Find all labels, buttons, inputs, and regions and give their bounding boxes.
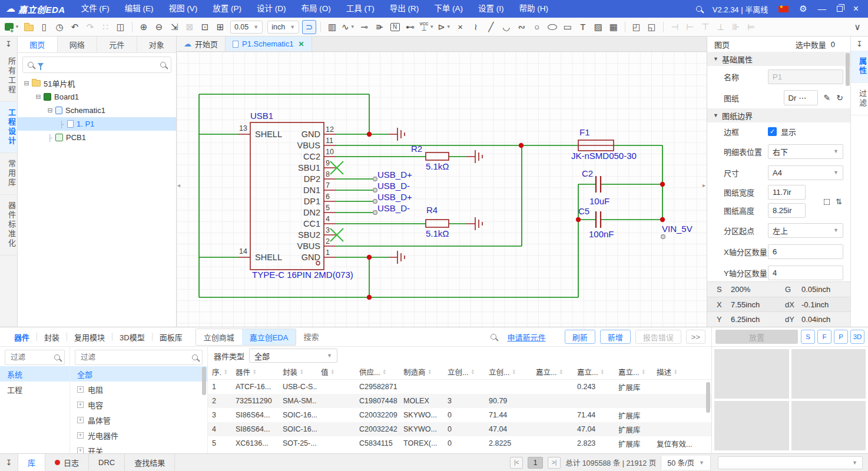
- table-cell[interactable]: C20032242: [355, 425, 399, 433]
- pin-name-2[interactable]: VBUS: [297, 241, 321, 251]
- table-row-1[interactable]: 2732511290SMA-SM...C19807448MOLEX390.79: [208, 394, 711, 408]
- pin-number-11[interactable]: 11: [326, 137, 333, 145]
- pin-icon[interactable]: ↧: [0, 458, 18, 467]
- library-button-0[interactable]: 刷新: [565, 330, 595, 344]
- panel-tab-3[interactable]: 对象: [137, 37, 177, 52]
- r4-value[interactable]: 5.1kΩ: [426, 228, 449, 238]
- ellipse-icon[interactable]: [545, 20, 559, 34]
- sort-icon[interactable]: ▲▼: [331, 369, 334, 374]
- c5-refdes[interactable]: C5: [578, 206, 589, 216]
- expand-plus-icon[interactable]: +: [77, 386, 84, 393]
- pin-number-9[interactable]: 9: [326, 159, 330, 167]
- menu-item-1[interactable]: 编辑 (E): [117, 0, 161, 18]
- net-label-icon[interactable]: N: [388, 20, 402, 34]
- first-page-button[interactable]: |<: [510, 457, 523, 469]
- scope-item-1[interactable]: 工程: [0, 382, 69, 397]
- vin-net-label[interactable]: VIN_5V: [662, 224, 693, 234]
- pin-name-4[interactable]: CC1: [303, 219, 320, 228]
- pin-name-14[interactable]: SHELL: [255, 253, 282, 262]
- category-item-0[interactable]: +电阻: [70, 382, 207, 397]
- menu-item-3[interactable]: 放置 (P): [205, 0, 249, 18]
- search-icon[interactable]: [696, 6, 702, 12]
- table-cell[interactable]: XC6136...: [231, 439, 279, 447]
- pin-name-5[interactable]: DN2: [303, 208, 320, 217]
- sort-icon[interactable]: ▲▼: [224, 369, 227, 374]
- table-scrollbar[interactable]: [706, 382, 710, 413]
- net-label-USB_D+[interactable]: USB_D+: [377, 170, 412, 180]
- properties-scrollbar[interactable]: [846, 53, 850, 86]
- footprint-preview[interactable]: [791, 349, 866, 399]
- c2-value[interactable]: 10uF: [589, 196, 609, 206]
- new-project-icon[interactable]: ▼: [4, 20, 21, 34]
- minimize-button[interactable]: —: [818, 4, 826, 14]
- pin-number-6[interactable]: 6: [326, 193, 330, 201]
- pin-number-7[interactable]: 7: [326, 181, 330, 190]
- scope-item-0[interactable]: 系统: [0, 366, 69, 382]
- table-cell[interactable]: 0: [443, 439, 485, 447]
- table-cell[interactable]: 90.79: [485, 397, 532, 405]
- sort-icon[interactable]: ▲▼: [641, 369, 645, 374]
- library-tab-2[interactable]: 复用模块: [67, 331, 112, 343]
- grid-settings-icon[interactable]: ⊞: [213, 20, 227, 34]
- schematic-svg[interactable]: USB1 TYPE-C 16PIN 2MD(073) R2 5.1kΩ R4 5…: [177, 52, 707, 327]
- column-header-2[interactable]: 封装▲▼: [279, 366, 317, 377]
- table-cell[interactable]: USB-C-S...: [279, 383, 317, 391]
- statusbar-tab-2[interactable]: DRC: [89, 454, 125, 471]
- library-button-1[interactable]: 新增: [600, 330, 631, 344]
- table-cell[interactable]: 扩展库: [614, 410, 652, 421]
- sort-icon[interactable]: ▲▼: [600, 369, 604, 374]
- fit-view-icon[interactable]: ⇲: [167, 20, 181, 34]
- menu-item-0[interactable]: 文件 (F): [74, 0, 117, 18]
- c5-value[interactable]: 100nF: [589, 229, 614, 239]
- left-rail-item-1[interactable]: 工程设计: [0, 102, 17, 153]
- sheet-symbol-icon[interactable]: ◰: [630, 20, 644, 34]
- resistor-r4[interactable]: [426, 220, 449, 227]
- net-label-USB_D+[interactable]: USB_D+: [377, 192, 412, 202]
- sheet-reuse-icon[interactable]: ◱: [645, 20, 659, 34]
- history-icon[interactable]: ◷: [52, 20, 67, 34]
- zoom-in-icon[interactable]: ⊕: [137, 20, 151, 34]
- f1-refdes[interactable]: F1: [579, 127, 590, 137]
- table-cell[interactable]: 2.8225: [485, 439, 532, 447]
- refresh-icon[interactable]: ↻: [836, 93, 843, 102]
- pin-name-11[interactable]: VBUS: [297, 141, 321, 150]
- panel-tab-0[interactable]: 图页: [18, 37, 58, 52]
- no-connect-icon[interactable]: ×: [453, 20, 468, 34]
- column-header-11[interactable]: 描述▲▼: [652, 366, 694, 377]
- pin-number-8[interactable]: 8: [326, 170, 330, 178]
- statusbar-tab-0[interactable]: 库: [18, 454, 45, 471]
- request-part-link[interactable]: 申请新元件: [507, 331, 545, 343]
- column-header-8[interactable]: 嘉立...▲▼: [532, 366, 573, 377]
- usb-footprint[interactable]: TYPE-C 16PIN 2MD(073): [252, 270, 353, 280]
- part-type-select[interactable]: 全部 ▼: [249, 349, 337, 363]
- table-cell[interactable]: 3: [208, 411, 231, 419]
- arc-icon[interactable]: ◡: [499, 20, 513, 34]
- r2-refdes[interactable]: R2: [411, 144, 422, 154]
- sort-icon[interactable]: ▲▼: [674, 369, 677, 374]
- text-icon[interactable]: T: [576, 20, 590, 34]
- net-label-USB_D-[interactable]: USB_D-: [377, 203, 410, 213]
- table-cell[interactable]: C20032209: [355, 411, 399, 419]
- symbol-preview[interactable]: [714, 349, 789, 399]
- left-rail-item-3[interactable]: 器件标准化: [0, 195, 17, 256]
- maximize-button[interactable]: [837, 6, 843, 12]
- open-project-icon[interactable]: [22, 20, 36, 34]
- table-row-4[interactable]: 5XC6136...SOT-25-...C5834115TOREX(...02.…: [208, 436, 711, 450]
- table-cell[interactable]: SKYWO...: [399, 411, 443, 419]
- net-flag-icon[interactable]: ⊳▼: [436, 20, 452, 34]
- find-similar-icon[interactable]: ◫: [114, 20, 128, 34]
- category-item-2[interactable]: +晶体管: [70, 412, 207, 427]
- circle-icon[interactable]: ○: [530, 20, 544, 34]
- r2-value[interactable]: 5.1kΩ: [426, 161, 449, 171]
- panel-tab-2[interactable]: 元件: [97, 37, 137, 52]
- view-button-P[interactable]: P: [834, 330, 848, 344]
- pin-icon[interactable]: ↧: [0, 37, 17, 51]
- close-button[interactable]: ×: [853, 4, 859, 14]
- pin-name-12[interactable]: GND: [302, 130, 320, 139]
- table-cell[interactable]: 732511290: [231, 397, 279, 405]
- table-cell[interactable]: 5: [208, 439, 231, 447]
- prop-select-明细表位置[interactable]: 右下▼: [768, 144, 843, 159]
- section-header-1[interactable]: ▼图纸边界: [707, 108, 850, 122]
- zoom-area-icon[interactable]: ⊡: [198, 20, 212, 34]
- column-header-1[interactable]: 器件▲▼: [231, 366, 279, 377]
